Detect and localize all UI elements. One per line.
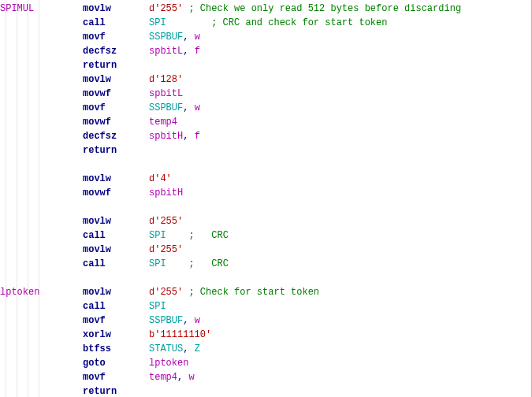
label-column (0, 143, 83, 158)
code-line: movlwd'4' (0, 172, 532, 186)
args-column: b'11111110' (149, 328, 211, 342)
label-column (0, 186, 83, 200)
code-line: SPIMULmovlwd'255' ; Check we only read 5… (0, 2, 532, 16)
code-line: btfssSTATUS, Z (0, 342, 532, 356)
opcode-column: btfss (83, 342, 149, 356)
opcode: movlw (83, 287, 111, 298)
code-line: movwfspbitL (0, 87, 532, 101)
opcode: movwf (83, 187, 111, 198)
args-column: d'4' (149, 172, 172, 186)
opcode-column: decfsz (83, 129, 149, 143)
opcode-column: movlw (83, 243, 149, 257)
token-ident: lptoken (149, 358, 188, 369)
token-ident: w (195, 32, 200, 43)
opcode-column: goto (83, 356, 149, 370)
label-column (0, 101, 83, 115)
opcode-column: movwf (83, 186, 149, 200)
code-line: callSPI ; CRC (0, 257, 532, 271)
opcode-column: movf (83, 30, 149, 44)
args-column: SPI ; CRC (149, 257, 229, 271)
token-oper: , (183, 343, 194, 354)
token-lit: b'11111110' (149, 329, 211, 340)
args-column: d'255' ; Check we only read 512 bytes be… (149, 2, 461, 16)
token-oper: , (183, 315, 194, 326)
args-column: spbitH (149, 186, 183, 200)
args-column: STATUS, Z (149, 342, 200, 356)
token-lit: d'255' (149, 216, 183, 227)
opcode: xorlw (83, 329, 111, 340)
code-listing: SPIMULmovlwd'255' ; Check we only read 5… (0, 0, 532, 397)
args-column: spbitL, f (149, 44, 200, 58)
label-column (0, 299, 83, 314)
label-column (0, 172, 83, 186)
label-column (0, 328, 83, 342)
code-line (0, 200, 532, 214)
args-column: SSPBUF, w (149, 314, 200, 328)
opcode: decfsz (83, 131, 117, 142)
label-column (0, 30, 83, 44)
code-line: return (0, 384, 532, 397)
label-column: SPIMUL (0, 2, 83, 16)
opcode-column: movf (83, 101, 149, 115)
opcode: call (83, 301, 106, 312)
comment: ; CRC and check for start token (211, 17, 387, 28)
args-column: spbitL (149, 87, 183, 101)
opcode-column: movwf (83, 115, 149, 129)
args-column: SPI (149, 299, 166, 314)
opcode-column: call (83, 257, 149, 271)
opcode: movlw (83, 173, 111, 184)
opcode-column: movwf (83, 87, 149, 101)
code-line: return (0, 58, 532, 72)
label-column: lptoken (0, 285, 83, 299)
code-line: movwfspbitH (0, 186, 532, 200)
token-ident: f (195, 46, 200, 57)
opcode: movf (83, 32, 106, 43)
code-line: movwftemp4 (0, 115, 532, 129)
code-line: xorlwb'11111110' (0, 328, 532, 342)
code-line: return (0, 143, 532, 158)
args-column: SSPBUF, w (149, 30, 200, 44)
opcode-column: xorlw (83, 328, 149, 342)
opcode: movf (83, 372, 106, 383)
token-sfr: SPI (149, 301, 166, 312)
label-column (0, 342, 83, 356)
opcode: movwf (83, 88, 111, 99)
label-column (0, 58, 83, 72)
token-ident: spbitH (149, 187, 183, 198)
token-lit: d'255' (149, 287, 183, 298)
code-line: movfSSPBUF, w (0, 314, 532, 328)
opcode: return (83, 145, 117, 156)
opcode: decfsz (83, 46, 117, 57)
comment: ; CRC (188, 230, 228, 241)
args-column: temp4 (149, 115, 177, 129)
code-line: lptokenmovlwd'255' ; Check for start tok… (0, 285, 532, 299)
code-line: callSPI (0, 299, 532, 314)
label-column (0, 257, 83, 271)
opcode: movlw (83, 244, 111, 255)
token-ident: temp4 (149, 372, 177, 383)
opcode: movlw (83, 216, 111, 227)
token-lit: d'255' (149, 244, 183, 255)
label-column (0, 87, 83, 101)
opcode-column: movlw (83, 214, 149, 228)
label-column (0, 356, 83, 370)
comment: ; Check for start token (188, 287, 319, 298)
label-column (0, 243, 83, 257)
comment: ; Check we only read 512 bytes before di… (188, 3, 461, 14)
code-line: decfszspbitL, f (0, 44, 532, 58)
opcode-column: return (83, 143, 149, 158)
args-column: spbitH, f (149, 129, 200, 143)
token-sfr: SSPBUF (149, 315, 183, 326)
opcode-column: movlw (83, 2, 149, 16)
comment: ; CRC (188, 258, 228, 269)
token-ident: w (195, 315, 200, 326)
label-column (0, 115, 83, 129)
opcode-column: return (83, 384, 149, 397)
token-sfr: Z (195, 343, 200, 354)
opcode: goto (83, 358, 106, 369)
opcode-column: movlw (83, 72, 149, 87)
token-lit: d'4' (149, 173, 172, 184)
label-column (0, 44, 83, 58)
args-column: lptoken (149, 356, 188, 370)
token-ident: f (195, 131, 200, 142)
